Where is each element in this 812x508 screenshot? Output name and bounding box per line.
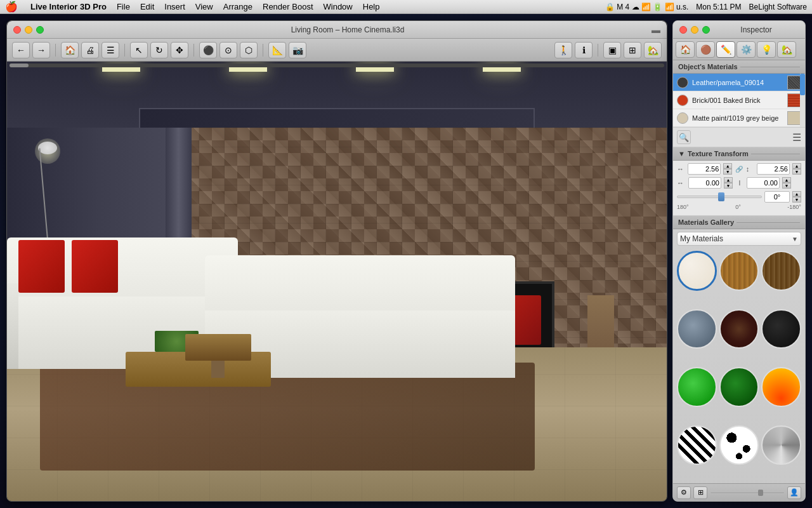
swatch-spots[interactable] — [719, 425, 759, 465]
swatch-white-marble[interactable] — [677, 251, 717, 291]
tab-material[interactable]: ✏️ — [716, 41, 735, 58]
swatch-green-dark[interactable] — [719, 367, 759, 407]
insert-menu[interactable]: Insert — [164, 2, 185, 11]
pan-tool[interactable]: ✥ — [171, 42, 188, 58]
materials-gallery-header: Materials Gallery — [673, 216, 805, 229]
swatch-green-bright[interactable] — [677, 367, 717, 407]
eyedropper-button[interactable]: 🔍 — [677, 130, 691, 144]
rotation-slider-container[interactable] — [677, 192, 762, 202]
height-up[interactable]: ▲ — [792, 163, 801, 169]
layout2-button[interactable]: ⊞ — [624, 42, 641, 58]
width-up[interactable]: ▲ — [723, 163, 732, 169]
arrange-menu[interactable]: Arrange — [223, 2, 252, 11]
offset-x-input[interactable] — [688, 177, 721, 189]
window-resize-button[interactable]: ▬ — [652, 25, 660, 35]
rotation-slider-thumb[interactable] — [718, 192, 724, 201]
view-menu[interactable]: View — [195, 2, 213, 11]
rotation-slider-row: ▲ ▼ — [677, 191, 801, 203]
texture-picker-row: 🔍 ☰ — [673, 128, 805, 147]
rotation-input[interactable] — [764, 191, 790, 203]
offset-y-stepper[interactable]: ▲ ▼ — [782, 177, 791, 189]
offset-y-up[interactable]: ▲ — [782, 177, 791, 183]
maximize-button[interactable] — [36, 26, 44, 34]
window-menu[interactable]: Window — [324, 2, 353, 11]
swatch-stone[interactable] — [677, 309, 717, 349]
tab-object[interactable]: 🟤 — [696, 41, 715, 58]
offset-y-input[interactable] — [747, 177, 780, 189]
materials-scrollbar[interactable] — [800, 74, 805, 127]
edit-menu[interactable]: Edit — [140, 2, 154, 11]
offset-x-stepper[interactable]: ▲ ▼ — [724, 177, 733, 189]
section-divider-3 — [737, 222, 800, 223]
rotation-down[interactable]: ▼ — [792, 197, 801, 203]
ring-tool[interactable]: ⊙ — [219, 42, 237, 58]
size-slider-thumb[interactable] — [758, 490, 763, 496]
tab-home[interactable]: 🏠 — [676, 41, 695, 58]
transform-section: ↔ ▲ ▼ 🔗 ↕ ▲ ▼ ↔ ▲ ▼ — [673, 161, 805, 216]
swatch-wood-light[interactable] — [719, 251, 759, 291]
info-button[interactable]: ℹ — [575, 42, 593, 58]
forward-button[interactable]: → — [32, 42, 50, 58]
height-stepper[interactable]: ▲ ▼ — [792, 163, 801, 175]
material-item-leather[interactable]: Leather/pamela_09014 — [673, 74, 805, 91]
floorplan-button[interactable]: 🏠 — [61, 42, 79, 58]
width-stepper[interactable]: ▲ ▼ — [723, 163, 732, 175]
view-button[interactable]: ☰ — [102, 42, 119, 58]
inspector-close[interactable] — [679, 26, 687, 34]
swatch-fire[interactable] — [761, 367, 801, 407]
app-name-menu[interactable]: Live Interior 3D Pro — [30, 2, 107, 11]
swatch-wood-dark[interactable] — [761, 251, 801, 291]
gallery-dropdown-arrow: ▼ — [792, 236, 798, 243]
height-input[interactable] — [757, 163, 790, 175]
box-tool[interactable]: ⬡ — [240, 42, 258, 58]
inspector-min[interactable] — [691, 26, 698, 34]
print-button[interactable]: 🖨 — [81, 42, 99, 58]
offset-x-down[interactable]: ▼ — [724, 183, 733, 189]
list-options-button[interactable]: ☰ — [792, 131, 801, 144]
minimize-button[interactable] — [25, 26, 32, 34]
height-down[interactable]: ▼ — [792, 169, 801, 175]
ceiling-light-4 — [483, 67, 521, 72]
material-item-matte[interactable]: Matte paint/1019 grey beige — [673, 109, 805, 127]
width-down[interactable]: ▼ — [723, 169, 732, 175]
apple-menu[interactable]: 🍎 — [5, 1, 18, 13]
swatch-black[interactable] — [761, 309, 801, 349]
home-view-button[interactable]: 🏡 — [644, 42, 662, 58]
close-button[interactable] — [13, 26, 21, 34]
viewport[interactable]: ▶ — [7, 62, 667, 501]
swatch-brown-dark[interactable] — [719, 309, 759, 349]
measure-tool[interactable]: 📐 — [268, 42, 286, 58]
orbit-tool[interactable]: ↻ — [150, 42, 168, 58]
layout1-button[interactable]: ▣ — [603, 42, 621, 58]
sphere-tool[interactable]: ⚫ — [199, 42, 217, 58]
gallery-dropdown[interactable]: My Materials ▼ — [677, 232, 801, 246]
rotation-stepper[interactable]: ▲ ▼ — [792, 191, 801, 203]
swatches-grid — [673, 248, 805, 483]
width-input[interactable] — [688, 163, 721, 175]
fit-button[interactable]: ⊞ — [693, 486, 707, 499]
select-tool[interactable]: ↖ — [130, 42, 148, 58]
offset-x-up[interactable]: ▲ — [724, 177, 733, 183]
tab-scene[interactable]: 🏡 — [777, 41, 796, 58]
tab-light[interactable]: 💡 — [757, 41, 776, 58]
toolbar-sep-3 — [193, 44, 194, 57]
scrollbar-thumb[interactable] — [10, 64, 29, 67]
size-slider[interactable] — [710, 491, 785, 494]
offset-y-down[interactable]: ▼ — [782, 183, 791, 189]
back-button[interactable]: ← — [12, 42, 30, 58]
help-menu[interactable]: Help — [363, 2, 380, 11]
add-material-button[interactable]: ⚙ — [677, 486, 691, 499]
walk-tool[interactable]: 🚶 — [554, 42, 572, 58]
rotation-up[interactable]: ▲ — [792, 191, 801, 197]
camera-tool[interactable]: 📷 — [289, 42, 306, 58]
render-boost-menu[interactable]: Render Boost — [263, 2, 313, 11]
file-menu[interactable]: File — [117, 2, 130, 11]
section-divider-2 — [751, 154, 800, 154]
material-item-brick[interactable]: Brick/001 Baked Brick — [673, 91, 805, 109]
person-button[interactable]: 👤 — [787, 486, 801, 499]
inspector-bottom: ⚙ ⊞ 👤 — [673, 483, 805, 501]
inspector-max[interactable] — [702, 26, 710, 34]
swatch-chrome[interactable] — [761, 425, 801, 465]
tab-settings[interactable]: ⚙️ — [737, 41, 756, 58]
swatch-zebra[interactable] — [677, 425, 717, 465]
